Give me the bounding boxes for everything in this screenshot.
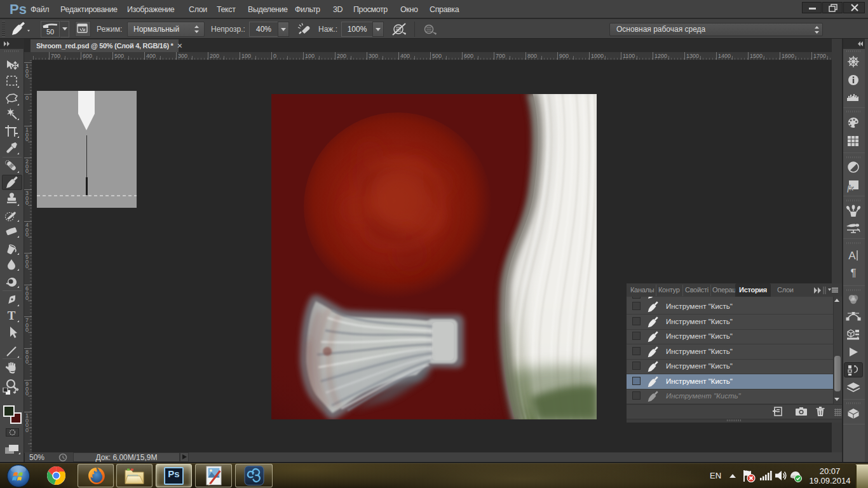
svg-text:A: A: [848, 250, 856, 262]
svg-text:¶: ¶: [850, 267, 856, 279]
svg-text:fx: fx: [847, 183, 854, 193]
svg-text:T: T: [8, 309, 16, 322]
